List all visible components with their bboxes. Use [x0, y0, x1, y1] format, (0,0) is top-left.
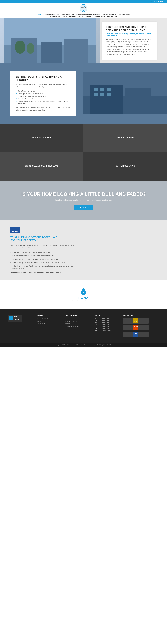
logo[interactable]: IDAHO PRESSURE DETAILS [80, 4, 87, 12]
footer-contact-col: CONTACT US Nampa, ID 83686 Call Us: (208… [37, 314, 63, 337]
nav-soft-washing[interactable]: SOFT WASHING [119, 14, 130, 15]
cert-badge-1: CERTIFIED ★★★★★ [123, 318, 149, 324]
footer-hours-heading: HOURS [94, 314, 120, 316]
primary-nav: HOME PRESSURE WASHING ROOF CLEANING WOOD… [37, 14, 130, 15]
svg-text:IDAHO: IDAHO [82, 6, 85, 7]
header: IDAHO PRESSURE DETAILS HOME PRESSURE WAS… [0, 3, 167, 18]
svg-rect-31 [133, 332, 138, 337]
nav-roof-cleaning[interactable]: ROOF CLEANING [62, 14, 74, 15]
phone-number[interactable]: (208) 899-9842 [154, 0, 164, 2]
hero-text: Something as simple as dirt can bring do… [106, 38, 153, 56]
service-label-wood-cleaning: WOOD CLEANING AND RENEWAL [25, 165, 58, 167]
service-card-wood-cleaning[interactable]: WOOD CLEANING AND RENEWAL [0, 152, 84, 181]
hours-row: Tue 8:00AM-7:00PM [94, 320, 120, 322]
cleaning-title: WHAT CLEANING OPTIONS DO WE HAVE FOR YOU… [11, 236, 63, 242]
svg-rect-17 [100, 88, 104, 91]
list-item: Offering a 10% discount to military pers… [16, 101, 70, 104]
cert-badge-2: INSURED ✓ [123, 324, 149, 330]
footer-logo-col: IP IDAHOPRESSUREDETAILS [8, 314, 34, 337]
cert-icon-1: CERTIFIED ★★★★★ [133, 318, 138, 323]
svg-rect-9 [64, 39, 88, 63]
satisfaction-title: SETTING YOUR SATISFACTION AS A PRIORITY [16, 75, 70, 82]
svg-rect-15 [125, 88, 151, 114]
service-card-gutter-cleaning[interactable]: GUTTER CLEANING [84, 152, 167, 181]
hours-row: Thu 8:00AM-7:00PM [94, 324, 120, 326]
logo-icon: IDAHO PRESSURE DETAILS [80, 4, 87, 12]
svg-text:●: ● [83, 292, 84, 293]
hero-content-box: DON'T LET DIRT AND GRIME BRING DOWN THE … [102, 22, 156, 59]
svg-point-10 [15, 40, 25, 54]
service-card-pressure-washing[interactable]: PRESSURE WASHING [0, 124, 84, 152]
dull-subtitle: Count on us to make your home and solar … [5, 199, 162, 201]
nav-contact[interactable]: CONTACT US [107, 16, 116, 17]
cert-icon-2: INSURED ✓ [133, 325, 138, 330]
svg-text:✓: ✓ [135, 328, 136, 329]
hero-image [0, 18, 100, 63]
service-label-pressure-washing: PRESSURE WASHING [31, 136, 52, 138]
svg-text:ACCREDITED: ACCREDITED [133, 335, 138, 336]
cleaning-list-item: Gutter cleaning services: We clean gutte… [11, 255, 78, 257]
svg-text:PRESSURE: PRESSURE [81, 7, 86, 8]
cleaning-list-item: Roof cleaning services: We clean all til… [11, 251, 78, 254]
service-card-divider [117, 168, 133, 168]
service-card-roof-cleaning[interactable]: ROOF CLEANING [84, 124, 167, 152]
nav-service-area[interactable]: SERVICE AREA [94, 16, 105, 17]
service-card-divider [34, 168, 50, 168]
footer-city: Nampa, ID 83686 [37, 318, 63, 320]
svg-text:CERTIFIED: CERTIFIED [133, 320, 138, 320]
footer-hours-col: HOURS Mon 8:00AM-7:00PM Tue 8:00AM-7:00P… [94, 314, 120, 337]
footer-contact-phone: Call Us: (208) 899-9842 [37, 320, 63, 325]
svg-rect-16 [94, 88, 98, 91]
footer-logo-box: IP IDAHOPRESSUREDETAILS [8, 314, 22, 322]
satisfaction-bg-image [84, 63, 167, 124]
list-item: Serving residential and commercial clien… [16, 96, 70, 97]
services-grid: PRESSURE WASHING ROOF CLEANING WOOD CLEA… [0, 124, 167, 181]
hours-row: Sat 8:00AM-7:00PM [94, 328, 120, 330]
footer-phone-link[interactable]: (208) 899-9842 [37, 322, 63, 325]
credentials-list: CERTIFIED ★★★★★ INSURED ✓ BBB ACCREDITED [123, 318, 149, 337]
svg-text:IP: IP [11, 318, 12, 319]
footer-area-2: Nampa, ID [65, 322, 91, 325]
cleaning-outro: Your home is in capable hands with our p… [11, 272, 156, 273]
satisfaction-intro: At Idaho Pressure Details, your satisfac… [16, 83, 70, 88]
nav-solar[interactable]: SOLAR CLEANING [78, 16, 91, 17]
nav-wood-cleaning[interactable]: WOOD CLEANING AND RENEWAL [76, 14, 100, 15]
phone-icon: 📞 [151, 0, 154, 2]
footer: IP IDAHOPRESSUREDETAILS CONTACT US Nampa… [0, 309, 167, 342]
building-image [84, 63, 167, 124]
cleaning-list: Roof cleaning services: We clean all til… [11, 251, 78, 270]
bbb-badge: BBB ACCREDITED BUSINESS [11, 227, 20, 233]
svg-point-11 [27, 43, 35, 54]
secondary-nav: COMMERCIAL PRESSURE WASHING SOLAR CLEANI… [51, 16, 117, 17]
hero-section: DON'T LET DIRT AND GRIME BRING DOWN THE … [0, 18, 167, 63]
nav-commercial[interactable]: COMMERCIAL PRESSURE WASHING [51, 16, 76, 17]
svg-text:BBB: BBB [135, 333, 137, 334]
satisfaction-outro: Make your home as clean as it was when y… [16, 106, 70, 111]
contact-us-button[interactable]: CONTACT US [74, 205, 93, 210]
footer-area-3: & Surrounding Areas [65, 325, 91, 328]
footer-service-heading: SERVICE AREA [65, 314, 91, 316]
pwna-logo: ● PWNA Power Washers of North America [5, 288, 162, 302]
hours-row: Fri 8:00AM-7:00PM [94, 326, 120, 328]
nav-pressure-washing[interactable]: PRESSURE WASHING [44, 14, 59, 15]
cert-icon-3: BBB ACCREDITED [133, 332, 138, 337]
hours-row: Mon 8:00AM-7:00PM [94, 318, 120, 320]
svg-text:INSURED: INSURED [134, 326, 138, 327]
pwna-full-name: Power Washers of North America [72, 300, 95, 302]
footer-area-1: Treasure Valley, ID [65, 320, 91, 322]
copyright-text: Copyright © 2024 Idaho Pressure Details,… [56, 344, 111, 346]
svg-text:★★★★★: ★★★★★ [134, 321, 137, 322]
cert-badge-3: BBB ACCREDITED [123, 332, 149, 337]
nav-gutter-cleaning[interactable]: GUTTER CLEANING [103, 14, 116, 15]
satisfaction-list: Being friendly with all clients Showing … [16, 90, 70, 104]
svg-rect-25 [133, 318, 138, 323]
hero-background [0, 18, 100, 63]
satisfaction-box: SETTING YOUR SATISFACTION AS A PRIORITY … [11, 70, 76, 116]
footer-contact-heading: CONTACT US [37, 314, 63, 316]
dull-title: IS YOUR HOME LOOKING A LITTLE DULL AND F… [5, 192, 162, 197]
footer-logo-icon: IP [9, 316, 13, 320]
service-card-divider [34, 140, 50, 140]
footer-bottom: Copyright © 2024 Idaho Pressure Details,… [0, 342, 167, 347]
nav-home[interactable]: HOME [37, 14, 41, 15]
list-item: Obtaining the proper license and insuran… [16, 98, 70, 100]
